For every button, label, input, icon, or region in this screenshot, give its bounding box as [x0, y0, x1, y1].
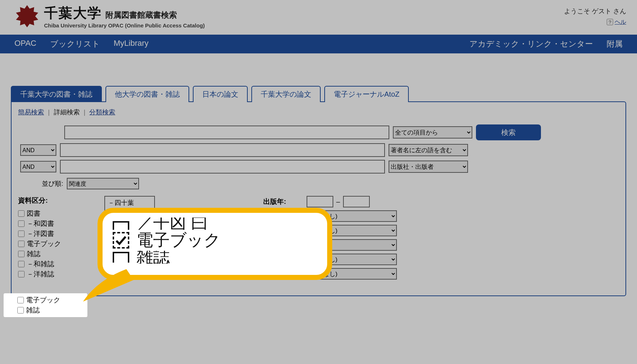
sort-select[interactable]: 関連度: [67, 178, 139, 189]
greeting-text: ようこそ ゲスト さん: [564, 7, 626, 16]
field-select-1[interactable]: 全ての項目から: [393, 126, 472, 139]
help-link[interactable]: ヘル: [615, 18, 626, 26]
nav-alc[interactable]: アカデミック・リンク・センター: [469, 39, 593, 49]
callout-partial-text: ／干凶 曰: [136, 218, 208, 230]
hl-ebook-checkbox[interactable]: [17, 297, 24, 303]
field-select-3[interactable]: 出版社・出版者: [389, 161, 468, 173]
callout-tail-icon: [83, 266, 141, 305]
university-name: 千葉大学: [44, 4, 102, 22]
mt-foreign-magazine: －洋雑誌: [18, 269, 61, 279]
callout-magazine-text: 雑誌: [136, 251, 170, 264]
hl-magazine-checkbox[interactable]: [17, 307, 24, 313]
callout-bubble: ／干凶 曰 電子ブック 雑誌: [98, 208, 332, 280]
bool-select-3[interactable]: AND: [20, 161, 56, 172]
system-name: 附属図書館蔵書検索: [105, 10, 177, 21]
nav-mylibrary[interactable]: MyLibrary: [114, 39, 149, 49]
help-icon: ?: [607, 19, 613, 25]
mt-magazine: 雑誌: [18, 249, 61, 259]
search-input-1[interactable]: [64, 126, 389, 139]
pubyear-from[interactable]: [307, 196, 333, 207]
svg-marker-0: [16, 5, 38, 27]
tab-jp-papers[interactable]: 日本の論文: [193, 86, 248, 102]
nav-affiliated[interactable]: 附属: [607, 39, 623, 49]
mt-books: 図書: [18, 209, 61, 218]
highlight-ebook-magazine: 電子ブック 雑誌: [4, 293, 87, 317]
nav-opac[interactable]: OPAC: [14, 39, 36, 49]
mode-simple[interactable]: 簡易検索: [18, 109, 44, 116]
pubyear-label: 出版年:: [263, 197, 307, 206]
mt-jp-books: －和図書: [18, 219, 61, 228]
tab-ejournal[interactable]: 電子ジャーナルAtoZ: [324, 86, 409, 102]
tab-chiba-papers[interactable]: 千葉大学の論文: [251, 86, 321, 102]
search-button[interactable]: 検索: [476, 124, 541, 140]
tab-chiba-books[interactable]: 千葉大学の図書・雑誌: [11, 86, 102, 102]
separator: |: [48, 109, 50, 116]
mt-ebook: 電子ブック: [18, 239, 61, 249]
year-sep: –: [336, 198, 340, 206]
university-logo: [14, 4, 40, 29]
material-type-label: 資料区分:: [18, 196, 61, 205]
campus-item[interactable]: －四十葉: [108, 198, 151, 208]
callout-partial-checkbox-icon: [113, 221, 129, 230]
sort-label: 並び順:: [42, 179, 63, 188]
nav-booklist[interactable]: ブックリスト: [50, 39, 100, 49]
callout-checked-icon: [113, 232, 129, 249]
callout-ebook-text: 電子ブック: [136, 230, 221, 251]
mode-detailed: 詳細検索: [54, 109, 80, 116]
search-tabs: 千葉大学の図書・雑誌 他大学の図書・雑誌 日本の論文 千葉大学の論文 電子ジャー…: [11, 86, 626, 102]
search-input-2[interactable]: [60, 143, 385, 157]
tab-other-univ[interactable]: 他大学の図書・雑誌: [105, 86, 189, 102]
search-input-3[interactable]: [60, 160, 385, 174]
mt-jp-magazine: －和雑誌: [18, 259, 61, 269]
pubyear-to[interactable]: [343, 196, 370, 207]
mt-foreign-books: －洋図書: [18, 229, 61, 238]
system-subtitle: Chiba University Library OPAC (Online Pu…: [44, 22, 205, 28]
separator: |: [84, 109, 86, 116]
field-select-2[interactable]: 著者名に左の語を含む: [389, 144, 468, 156]
callout-empty-checkbox-icon: [113, 252, 129, 263]
bool-select-2[interactable]: AND: [20, 144, 56, 156]
mode-classified[interactable]: 分類検索: [89, 109, 115, 116]
